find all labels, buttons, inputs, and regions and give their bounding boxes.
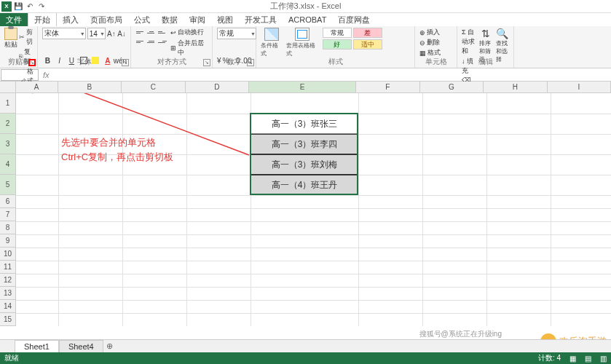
row-header-4[interactable]: 4: [0, 154, 16, 175]
style-bad[interactable]: 差: [353, 28, 382, 38]
row-header-6[interactable]: 6: [0, 195, 16, 208]
row-header-14[interactable]: 14: [0, 300, 16, 313]
group-number: 常规▼ ¥ % , .0 .00 数字 ↘: [213, 26, 256, 68]
row-header-15[interactable]: 15: [0, 313, 16, 326]
col-header-a[interactable]: A: [16, 82, 58, 92]
annotation-text: 先选中要合并的单元格 Ctrl+C复制，再点击剪切板: [61, 135, 173, 164]
row-header-5[interactable]: 5: [0, 175, 16, 195]
tab-formulas[interactable]: 公式: [128, 13, 156, 27]
styles-label: 样式: [256, 57, 414, 67]
cells-area[interactable]: 高一（3）班张三 高一（3）班李四 高一（3）班刘梅 高一（4）班王丹 先选中要…: [16, 93, 611, 326]
sort-icon: ⇅: [481, 28, 490, 39]
format-icon: ▦: [419, 50, 426, 57]
shrink-font-icon[interactable]: A↓: [117, 28, 126, 39]
tab-view[interactable]: 视图: [211, 13, 239, 27]
font-name-select[interactable]: 宋体▼: [42, 28, 86, 39]
align-center-icon[interactable]: [146, 37, 157, 46]
row-header-10[interactable]: 10: [0, 248, 16, 261]
style-good[interactable]: 好: [323, 39, 352, 50]
redo-icon[interactable]: ↷: [36, 1, 47, 12]
tab-baidu[interactable]: 百度网盘: [332, 13, 376, 27]
col-header-f[interactable]: F: [356, 82, 419, 92]
tab-layout[interactable]: 页面布局: [84, 13, 128, 27]
row-header-12[interactable]: 12: [0, 274, 16, 287]
col-header-d[interactable]: D: [186, 82, 249, 92]
view-normal-icon[interactable]: ▦: [569, 355, 576, 363]
group-cells: ⊕插入 ⊖删除 ▦格式 单元格: [415, 26, 457, 68]
group-clipboard: 粘贴 ✂剪切 ⎘复制 🖌格式刷 剪贴板 ↘: [0, 26, 38, 68]
row-header-9[interactable]: 9: [0, 234, 16, 248]
cell-e5[interactable]: 高一（4）班王丹: [251, 175, 358, 195]
cell-styles-gallery[interactable]: 常规 差 好 适中: [323, 28, 410, 50]
sheet-tab-4[interactable]: Sheet4: [59, 340, 103, 353]
insert-icon: ⊕: [419, 29, 425, 36]
merge-center-button[interactable]: ⊞合并后居中: [170, 39, 208, 58]
align-top-icon[interactable]: [135, 28, 146, 36]
row-header-2[interactable]: 2: [0, 114, 16, 134]
conditional-format-button[interactable]: 条件格式: [261, 28, 282, 58]
cell-e4[interactable]: 高一（3）班刘梅: [251, 154, 358, 175]
grow-font-icon[interactable]: A↑: [107, 28, 116, 39]
font-launcher[interactable]: ↘: [122, 59, 129, 66]
row-header-1[interactable]: 1: [0, 93, 16, 114]
merge-icon: ⊞: [170, 44, 176, 52]
add-sheet-button[interactable]: ⊕: [103, 341, 117, 351]
row-header-3[interactable]: 3: [0, 134, 16, 154]
select-all-corner[interactable]: [0, 82, 16, 92]
col-header-e[interactable]: E: [249, 82, 356, 92]
align-launcher[interactable]: ↘: [203, 59, 210, 66]
autosum-button[interactable]: Σ 自动求和: [462, 28, 476, 56]
clipboard-launcher[interactable]: ↘: [28, 59, 36, 66]
align-middle-icon[interactable]: [146, 28, 157, 36]
tab-file[interactable]: 文件: [0, 13, 28, 27]
insert-cells-button[interactable]: ⊕插入: [419, 28, 452, 37]
row-header-8[interactable]: 8: [0, 221, 16, 234]
font-size-select[interactable]: 14▼: [87, 28, 106, 39]
number-launcher[interactable]: ↘: [247, 59, 254, 66]
font-label: 字体: [38, 57, 130, 67]
delete-cells-button[interactable]: ⊖删除: [419, 38, 452, 47]
col-header-i[interactable]: I: [548, 82, 611, 92]
quick-access-toolbar: X 💾 ↶ ↷: [0, 1, 47, 12]
wrap-text-button[interactable]: ↩自动换行: [170, 28, 208, 37]
col-header-c[interactable]: C: [122, 82, 185, 92]
save-icon[interactable]: 💾: [13, 1, 23, 12]
row-header-7[interactable]: 7: [0, 208, 16, 221]
paste-icon: [4, 28, 17, 40]
view-layout-icon[interactable]: ▤: [585, 355, 591, 363]
tab-dev[interactable]: 开发工具: [239, 13, 283, 27]
tab-acrobat[interactable]: ACROBAT: [283, 14, 332, 25]
tab-home[interactable]: 开始: [28, 12, 57, 27]
row-header-11[interactable]: 11: [0, 261, 16, 274]
worksheet-grid: A B C D E F G H I 1 2 3 4 5 6 7 8 9 10 1…: [0, 82, 611, 349]
col-header-b[interactable]: B: [58, 82, 122, 92]
fx-icon[interactable]: fx: [39, 71, 54, 79]
window-title: 工作簿3.xlsx - Excel: [270, 1, 342, 12]
number-format-select[interactable]: 常规▼: [217, 28, 256, 39]
cut-button[interactable]: ✂剪切: [19, 28, 33, 47]
row-header-13[interactable]: 13: [0, 287, 16, 300]
tab-data[interactable]: 数据: [156, 13, 184, 27]
format-as-table-button[interactable]: 套用表格格式: [286, 28, 318, 58]
paste-button[interactable]: 粘贴: [4, 28, 17, 50]
style-normal[interactable]: 常规: [323, 28, 352, 38]
style-neutral[interactable]: 适中: [353, 39, 382, 50]
cells-label: 单元格: [415, 57, 457, 67]
wrap-icon: ↩: [170, 29, 176, 36]
align-left-icon[interactable]: [135, 37, 146, 46]
sheet-tab-1[interactable]: Sheet1: [15, 340, 59, 353]
ribbon-tabs: 文件 开始 插入 页面布局 公式 数据 审阅 视图 开发工具 ACROBAT 百…: [0, 13, 611, 26]
table-format-icon: [295, 28, 310, 41]
row-headers: 1 2 3 4 5 6 7 8 9 10 11 12 13 14 15: [0, 93, 16, 326]
col-header-g[interactable]: G: [420, 82, 484, 92]
tab-insert[interactable]: 插入: [57, 13, 84, 27]
cell-e3[interactable]: 高一（3）班李四: [251, 134, 358, 154]
tab-review[interactable]: 审阅: [184, 13, 211, 27]
view-break-icon[interactable]: ▥: [600, 355, 607, 363]
cell-e2[interactable]: 高一（3）班张三: [251, 114, 358, 134]
align-bottom-icon[interactable]: [157, 28, 167, 36]
align-right-icon[interactable]: [157, 37, 167, 46]
group-font: 宋体▼ 14▼ A↑ A↓ B I U A wén 字体 ↘: [38, 26, 131, 68]
undo-icon[interactable]: ↶: [25, 1, 35, 12]
col-header-h[interactable]: H: [484, 82, 547, 92]
